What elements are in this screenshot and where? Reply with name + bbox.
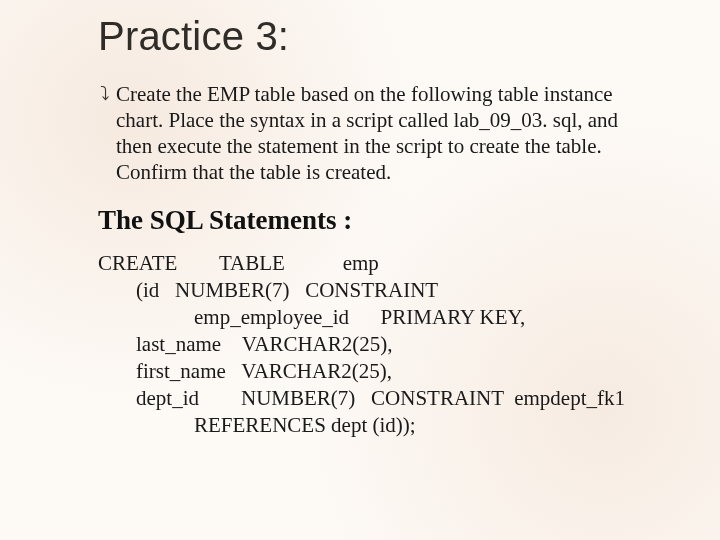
sql-line: (id NUMBER(7) CONSTRAINT (98, 277, 660, 304)
sql-block: CREATE TABLE emp (id NUMBER(7) CONSTRAIN… (98, 250, 660, 439)
sql-line: emp_employee_id PRIMARY KEY, (98, 304, 660, 331)
slide-title: Practice 3: (98, 14, 660, 59)
sql-line: last_name VARCHAR2(25), (98, 331, 660, 358)
sql-line: REFERENCES dept (id)); (98, 412, 660, 439)
sql-subheading: The SQL Statements : (98, 205, 660, 236)
sql-line: first_name VARCHAR2(25), (98, 358, 660, 385)
bullet-item: ⤵ Create the EMP table based on the foll… (100, 81, 660, 185)
slide: Practice 3: ⤵ Create the EMP table based… (0, 0, 720, 540)
sql-line: dept_id NUMBER(7) CONSTRAINT empdept_fk1 (98, 385, 660, 412)
sql-line: CREATE TABLE emp (98, 250, 660, 277)
bullet-text: Create the EMP table based on the follow… (116, 81, 656, 185)
bullet-icon: ⤵ (100, 81, 110, 107)
